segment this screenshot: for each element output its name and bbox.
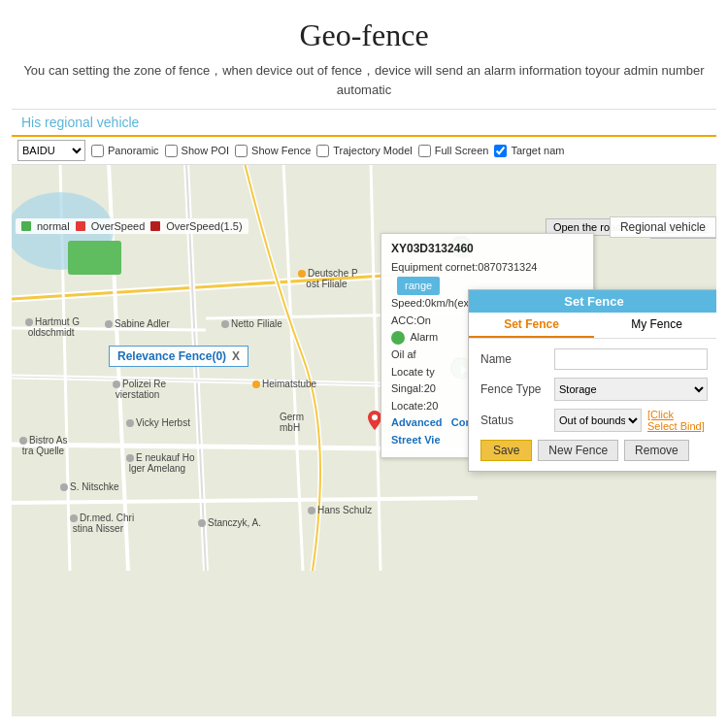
show-poi-label[interactable]: Show POI [165,145,230,157]
set-fence-dialog: Set Fence Set Fence My Fence Name Fence … [468,289,716,472]
svg-rect-15 [68,241,121,275]
place-dot [198,519,206,527]
full-screen-checkbox[interactable] [418,145,431,157]
normal-label: normal [37,220,70,232]
place-dot [221,320,229,328]
place-dot [308,507,315,514]
new-fence-button[interactable]: New Fence [538,440,618,461]
place-neukauf: E neukauf Ho lger Amelang [126,452,195,474]
place-dot [25,318,33,326]
show-fence-label[interactable]: Show Fence [235,145,311,157]
place-dot [19,437,27,445]
overspeed-dot [76,221,85,231]
place-dot [105,320,113,328]
place-dot [70,514,78,522]
close-relevance-fence-button[interactable]: X [232,349,240,363]
set-fence-title: Set Fence [469,290,716,313]
place-deutsche-post: Deutsche P ost Filiale [298,268,358,289]
fence-type-label: Fence Type [480,382,548,396]
fence-type-row: Fence Type Storage Circle Polygon [480,378,708,401]
place-stanczyk: Stanczyk, A. [198,517,261,528]
remove-button[interactable]: Remove [624,440,689,461]
svg-line-13 [371,163,381,571]
overspeed15-label: OverSpeed(1.5) [166,220,242,232]
street-view-link[interactable]: Street Vie [391,434,441,446]
save-button[interactable]: Save [480,440,532,461]
place-dot [298,270,306,278]
regional-vehicle-label: Regional vehicle [610,216,716,238]
region-label: His regional vehicle [12,110,716,137]
tab-set-fence[interactable]: Set Fence [469,313,594,338]
place-polizei: Polizei Re vierstation [113,379,166,400]
set-fence-body: Name Fence Type Storage Circle Polygon S… [469,339,716,471]
device-id: XY03D3132460 [391,242,583,255]
map-pin [368,411,381,430]
place-germ: GermmbH [280,412,304,433]
place-dot [126,419,134,427]
status-row: Status Out of bounds In bounds [ClickSel… [480,409,708,432]
map-section: His regional vehicle BAIDUGOOGLE Panoram… [12,109,716,716]
overspeed15-dot [150,221,160,231]
place-hartmut: Hartmut G oldschmidt [25,316,80,338]
svg-point-16 [372,414,378,420]
tab-my-fence[interactable]: My Fence [594,313,716,338]
relevance-fence-label: Relevance Fence(0) [117,349,226,363]
click-select-bind-link[interactable]: [ClickSelect Bind] [647,409,705,432]
page-container: Geo-fence You can setting the zone of fe… [0,0,728,728]
fence-name-input[interactable] [554,348,708,370]
relevance-fence-box: Relevance Fence(0) X [109,346,248,367]
place-nitschke: S. Nitschke [60,481,119,492]
status-select[interactable]: Out of bounds In bounds [554,409,642,432]
map-source-select[interactable]: BAIDUGOOGLE [17,140,85,161]
show-fence-checkbox[interactable] [235,145,248,157]
set-fence-tabs: Set Fence My Fence [469,313,716,339]
place-heimatstube: Heimatstube [252,379,316,389]
advanced-link[interactable]: Advanced [391,416,443,428]
panoramic-label[interactable]: Panoramic [91,145,159,157]
header: Geo-fence You can setting the zone of fe… [0,0,728,109]
fence-type-select[interactable]: Storage Circle Polygon [554,378,708,401]
alarm-indicator [391,331,405,345]
map-background: normal OverSpeed OverSpeed(1.5) Open the… [12,163,716,716]
target-name-checkbox[interactable] [494,145,507,157]
panoramic-checkbox[interactable] [91,145,104,157]
overspeed-label: OverSpeed [91,220,146,232]
place-dot [113,381,120,388]
full-screen-label[interactable]: Full Screen [418,145,489,157]
place-vicky: Vicky Herbst [126,417,190,428]
range-button[interactable]: range [397,277,440,296]
show-poi-checkbox[interactable] [165,145,178,157]
trajectory-model-checkbox[interactable] [316,145,329,157]
page-title: Geo-fence [19,17,709,53]
name-label: Name [480,352,548,366]
fence-actions: Save New Fence Remove [480,440,708,461]
status-label: Status [480,414,548,427]
svg-line-11 [283,163,303,571]
place-dot [126,454,134,462]
normal-dot [21,221,31,231]
trajectory-model-label[interactable]: Trajectory Model [316,145,413,157]
toolbar: BAIDUGOOGLE Panoramic Show POI Show Fenc… [12,137,716,165]
svg-line-10 [12,498,478,503]
place-sabine: Sabine Adler [105,318,170,329]
legend-bar: normal OverSpeed OverSpeed(1.5) [16,218,248,234]
place-hans: Hans Schulz [308,505,372,515]
place-dot [252,381,260,388]
target-name-label[interactable]: Target nam [494,145,564,157]
place-christina: Dr.med. Chri stina Nisser [70,513,134,534]
place-netto: Netto Filiale [221,318,282,329]
place-bistro: Bistro As tra Quelle [19,435,67,456]
place-dot [60,483,68,491]
page-description: You can setting the zone of fence，when d… [19,61,709,99]
fence-name-row: Name [480,348,708,370]
